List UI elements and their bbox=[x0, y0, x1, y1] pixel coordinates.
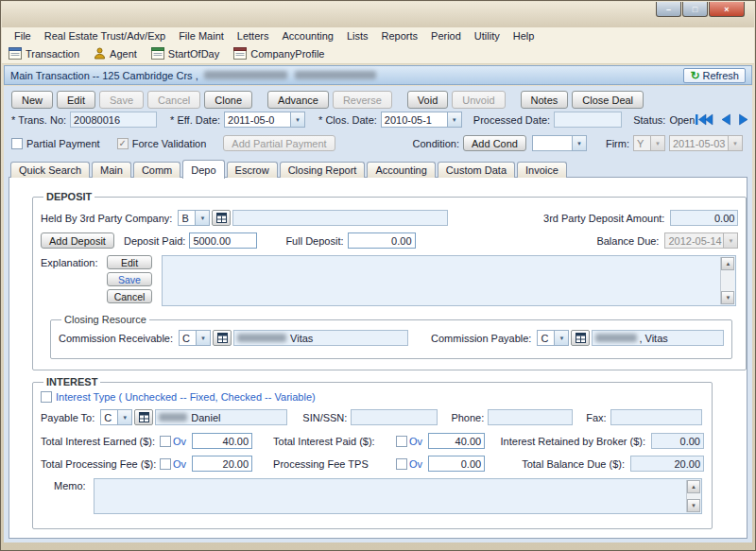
unvoid-button[interactable]: Unvoid bbox=[452, 91, 505, 109]
clos-date-combo[interactable]: 2010-05-1▼ bbox=[381, 112, 462, 128]
phone-field[interactable] bbox=[488, 409, 573, 425]
tab-invoice[interactable]: Invoice bbox=[517, 162, 567, 178]
menu-file-maint[interactable]: File Maint bbox=[172, 29, 231, 43]
commission-payable-lookup-button[interactable] bbox=[571, 330, 590, 346]
first-record-button[interactable] bbox=[695, 113, 713, 126]
explanation-scrollbar[interactable]: ▲ ▼ bbox=[720, 257, 734, 304]
firm-combo[interactable]: Y▼ bbox=[633, 135, 665, 151]
tab-closing-report[interactable]: Closing Report bbox=[280, 162, 366, 178]
interest-retained-field[interactable]: 0.00 bbox=[651, 433, 704, 449]
chevron-down-icon[interactable]: ▼ bbox=[196, 331, 210, 345]
condition-combo[interactable]: ▼ bbox=[532, 135, 587, 151]
scroll-down-icon[interactable]: ▼ bbox=[687, 499, 700, 512]
menu-period[interactable]: Period bbox=[424, 29, 468, 43]
void-button[interactable]: Void bbox=[407, 91, 448, 109]
explanation-edit-button[interactable]: Edit bbox=[107, 255, 152, 269]
total-balance-due-field[interactable]: 20.00 bbox=[630, 456, 704, 472]
cancel-button[interactable]: Cancel bbox=[147, 91, 200, 109]
payable-to-lookup-button[interactable] bbox=[134, 409, 153, 425]
explanation-save-button[interactable]: Save bbox=[107, 272, 152, 286]
reverse-button[interactable]: Reverse bbox=[333, 91, 392, 109]
next-record-button[interactable] bbox=[738, 113, 749, 126]
total-interest-earned-field[interactable]: 40.00 bbox=[192, 433, 252, 449]
tab-quick-search[interactable]: Quick Search bbox=[10, 162, 90, 178]
interest-paid-ov-checkbox[interactable] bbox=[396, 436, 407, 447]
tab-comm[interactable]: Comm bbox=[133, 162, 180, 178]
menu-utility[interactable]: Utility bbox=[468, 29, 507, 43]
held-by-field[interactable] bbox=[232, 210, 448, 226]
commission-payable-field[interactable]: , Vitas bbox=[592, 330, 724, 346]
clone-button[interactable]: Clone bbox=[204, 91, 252, 109]
save-button[interactable]: Save bbox=[99, 91, 144, 109]
interest-type-checkbox[interactable] bbox=[41, 391, 52, 403]
held-by-lookup-button[interactable] bbox=[212, 210, 231, 226]
chevron-down-icon[interactable]: ▼ bbox=[117, 410, 131, 424]
maximize-button[interactable]: □ bbox=[682, 2, 708, 17]
commission-receivable-combo[interactable]: C▼ bbox=[179, 330, 211, 346]
sin-ssn-field[interactable] bbox=[351, 409, 438, 425]
chevron-down-icon[interactable]: ▼ bbox=[728, 136, 742, 150]
menu-reports[interactable]: Reports bbox=[375, 29, 425, 43]
add-deposit-button[interactable]: Add Deposit bbox=[41, 232, 114, 249]
toolbar-companyprofile[interactable]: CompanyProfile bbox=[231, 46, 330, 60]
tab-custom-data[interactable]: Custom Data bbox=[438, 162, 515, 178]
menu-file[interactable]: File bbox=[8, 29, 38, 43]
menu-lists[interactable]: Lists bbox=[340, 29, 375, 43]
processed-date-field[interactable] bbox=[554, 112, 622, 128]
menu-real-estate-trust[interactable]: Real Estate Trust/Adv/Exp bbox=[38, 29, 172, 43]
menu-letters[interactable]: Letters bbox=[231, 29, 276, 43]
total-processing-fee-field[interactable]: 20.00 bbox=[192, 456, 252, 472]
payable-to-combo[interactable]: C▼ bbox=[100, 409, 132, 425]
total-interest-paid-field[interactable]: 40.00 bbox=[428, 433, 485, 449]
minimize-button[interactable]: – bbox=[656, 2, 681, 17]
partial-payment-checkbox[interactable] bbox=[11, 138, 23, 149]
fax-field[interactable] bbox=[610, 409, 702, 425]
menu-help[interactable]: Help bbox=[507, 29, 541, 43]
add-partial-payment-button[interactable]: Add Partial Payment bbox=[223, 135, 335, 151]
advance-button[interactable]: Advance bbox=[267, 91, 329, 109]
menu-accounting[interactable]: Accounting bbox=[275, 29, 339, 43]
force-validation-checkbox[interactable]: ✓ bbox=[117, 138, 129, 149]
new-button[interactable]: New bbox=[11, 91, 53, 109]
payable-to-field[interactable]: Daniel bbox=[155, 409, 287, 425]
chevron-down-icon[interactable]: ▼ bbox=[723, 233, 737, 248]
notes-button[interactable]: Notes bbox=[521, 91, 569, 109]
scroll-down-icon[interactable]: ▼ bbox=[721, 291, 734, 304]
scroll-up-icon[interactable]: ▲ bbox=[687, 480, 700, 493]
third-party-amount-field[interactable]: 0.00 bbox=[670, 210, 738, 226]
chevron-down-icon[interactable]: ▼ bbox=[195, 211, 209, 225]
close-button[interactable]: × bbox=[709, 2, 745, 17]
commission-receivable-field[interactable]: Vitas bbox=[233, 330, 408, 346]
commission-receivable-lookup-button[interactable] bbox=[213, 330, 232, 346]
memo-scrollbar[interactable]: ▲ ▼ bbox=[686, 480, 700, 512]
tab-depo[interactable]: Depo bbox=[182, 160, 224, 179]
held-by-combo[interactable]: B▼ bbox=[178, 210, 210, 226]
add-cond-button[interactable]: Add Cond bbox=[463, 135, 526, 151]
explanation-cancel-button[interactable]: Cancel bbox=[107, 289, 152, 303]
scroll-up-icon[interactable]: ▲ bbox=[721, 257, 734, 270]
previous-record-button[interactable] bbox=[720, 113, 731, 126]
chevron-down-icon[interactable]: ▼ bbox=[290, 112, 304, 127]
firm-date-combo[interactable]: 2011-05-03▼ bbox=[669, 135, 743, 151]
chevron-down-icon[interactable]: ▼ bbox=[650, 136, 664, 150]
chevron-down-icon[interactable]: ▼ bbox=[572, 136, 586, 150]
tab-accounting[interactable]: Accounting bbox=[367, 162, 435, 178]
processing-fee-ov-checkbox[interactable] bbox=[160, 458, 171, 470]
tab-main[interactable]: Main bbox=[92, 162, 131, 178]
toolbar-transaction[interactable]: Transaction bbox=[6, 46, 85, 60]
full-deposit-field[interactable]: 0.00 bbox=[348, 232, 416, 249]
interest-earned-ov-checkbox[interactable] bbox=[160, 436, 171, 447]
toolbar-startofday[interactable]: StartOfDay bbox=[148, 46, 225, 60]
commission-payable-combo[interactable]: C▼ bbox=[537, 330, 569, 346]
eff-date-combo[interactable]: 2011-05-0▼ bbox=[224, 112, 305, 128]
deposit-paid-field[interactable]: 5000.00 bbox=[189, 232, 257, 249]
toolbar-agent[interactable]: Agent bbox=[91, 46, 143, 60]
chevron-down-icon[interactable]: ▼ bbox=[554, 331, 568, 345]
close-deal-button[interactable]: Close Deal bbox=[572, 91, 644, 109]
tab-escrow[interactable]: Escrow bbox=[227, 162, 278, 178]
trans-no-field[interactable]: 20080016 bbox=[70, 112, 157, 128]
balance-due-combo[interactable]: 2012-05-14▼ bbox=[664, 232, 738, 249]
processing-fee-tps-ov-checkbox[interactable] bbox=[396, 458, 407, 470]
memo-textarea[interactable]: ▲ ▼ bbox=[94, 478, 702, 514]
refresh-button[interactable]: ↻ Refresh bbox=[683, 68, 746, 83]
